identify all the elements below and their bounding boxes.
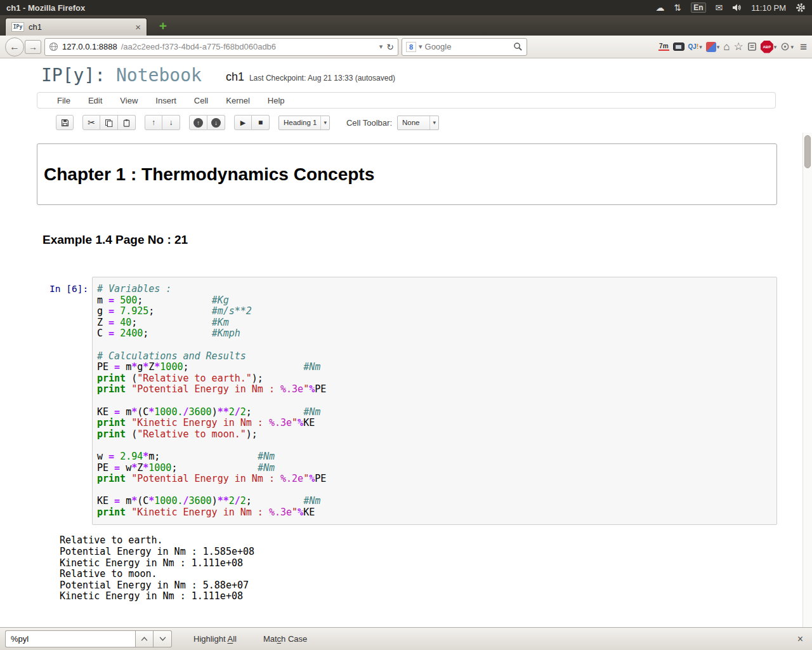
navigation-bar: ← → 127.0.0.1:8888/aa2c2eed-f373-4bd4-a7… <box>0 36 812 58</box>
forward-button[interactable]: → <box>25 40 41 54</box>
code-line <box>97 395 772 407</box>
stop-icon: ■ <box>258 118 263 127</box>
volume-icon[interactable] <box>732 3 742 12</box>
adblock-plus-icon: ABP <box>761 41 773 53</box>
addon-extra-dropdown-icon[interactable]: ▾ <box>790 44 794 50</box>
code-line: print "Potential Energy in Nm : %.2e"%PE <box>97 474 772 485</box>
menu-cell[interactable]: Cell <box>186 93 216 108</box>
keyboard-layout-indicator[interactable]: En <box>691 3 705 13</box>
copy-icon <box>105 119 113 127</box>
notebook-title[interactable]: ch1 <box>226 70 244 84</box>
chevron-down-icon <box>159 637 166 641</box>
tab-close-icon[interactable]: × <box>135 22 141 32</box>
addon-youtube-button[interactable] <box>673 43 684 51</box>
insert-cell-below-button[interactable]: ↓ <box>207 115 225 130</box>
clock[interactable]: 11:10 PM <box>751 3 786 13</box>
run-cell-button[interactable]: ▶ <box>234 115 252 130</box>
copy-cell-button[interactable] <box>100 115 118 130</box>
bookmark-star-button[interactable]: ☆ <box>734 40 743 53</box>
find-bar: Highlight All Match Case × <box>0 627 812 650</box>
addon-qj-dropdown-icon[interactable]: ▾ <box>699 44 702 50</box>
menu-insert[interactable]: Insert <box>147 93 185 108</box>
bookmarks-menu-button[interactable] <box>747 42 757 51</box>
move-cell-down-button[interactable]: ↓ <box>162 115 180 130</box>
notebook-header: IP[y]: Notebook ch1 Last Checkpoint: Aug… <box>0 59 812 90</box>
code-cell[interactable]: In [6]: # Variables :m = 500; #Kgg = 7.9… <box>37 277 777 525</box>
browser-tab-ch1[interactable]: IPy ch1 × <box>5 18 147 36</box>
notebook-page: IP[y]: Notebook ch1 Last Checkpoint: Aug… <box>0 59 812 627</box>
match-case-button[interactable]: Match Case <box>258 631 312 647</box>
search-bar[interactable]: 8 ▾ <box>402 38 527 56</box>
url-path: /aa2c2eed-f373-4bd4-a775-f68bd060adb6 <box>121 42 276 51</box>
cell-toolbar-select[interactable]: None ▾ <box>397 116 439 130</box>
insert-cell-above-button[interactable]: ↑ <box>189 115 207 130</box>
page-scrollbar[interactable] <box>802 133 812 627</box>
circle-arrow-down-icon: ↓ <box>211 118 221 128</box>
output-line: Relative to moon. <box>60 569 777 580</box>
adblock-plus-button[interactable]: ABP ▾ <box>761 41 777 53</box>
addon-misc-button[interactable]: ▾ <box>706 42 720 52</box>
url-bar[interactable]: 127.0.0.1:8888/aa2c2eed-f373-4bd4-a775-f… <box>44 38 398 56</box>
find-previous-button[interactable] <box>135 630 154 647</box>
output-line: Kinetic Energy in Nm : 1.111e+08 <box>60 591 777 602</box>
menu-file[interactable]: File <box>49 93 79 108</box>
reload-icon[interactable]: ↻ <box>386 42 394 52</box>
menu-view[interactable]: View <box>112 93 146 108</box>
scrollbar-thumb[interactable] <box>804 135 811 168</box>
code-line: PE = m*g*Z*1000; #Nm <box>97 362 772 373</box>
cut-cell-button[interactable]: ✂ <box>82 115 100 130</box>
find-input[interactable] <box>5 630 135 647</box>
search-engine-dropdown-icon[interactable]: ▾ <box>419 43 422 51</box>
cell-toolbar-dropdown-icon: ▾ <box>429 116 436 129</box>
find-close-icon[interactable]: × <box>794 633 807 645</box>
search-input[interactable] <box>425 42 511 51</box>
addon-misc-icon <box>706 42 716 52</box>
output-line: Potential Energy in Nm : 1.585e+08 <box>60 547 777 558</box>
network-updown-icon[interactable]: ⇅ <box>674 3 682 12</box>
menu-kernel[interactable]: Kernel <box>218 93 258 108</box>
menu-button[interactable]: ≡ <box>800 40 807 54</box>
heading-cell-selected[interactable]: Chapter 1 : Thermodynamics Concepts <box>37 143 777 205</box>
code-editor[interactable]: # Variables :m = 500; #Kgg = 7.925; #m/s… <box>92 277 777 525</box>
search-magnifier-icon[interactable] <box>513 42 523 51</box>
menu-edit[interactable]: Edit <box>80 93 110 108</box>
interrupt-kernel-button[interactable]: ■ <box>252 115 270 130</box>
code-line: # Variables : <box>97 284 772 295</box>
code-line: m = 500; #Kg <box>97 295 772 307</box>
arrow-down-icon: ↓ <box>169 118 173 127</box>
move-cell-up-button[interactable]: ↑ <box>145 115 162 130</box>
find-next-button[interactable] <box>154 630 172 647</box>
code-line: print "Potential Energy in Nm : %.3e"%PE <box>97 384 772 395</box>
back-button[interactable]: ← <box>5 37 24 56</box>
scissors-icon: ✂ <box>88 117 95 128</box>
circle-arrow-up-icon: ↑ <box>193 118 203 128</box>
menu-help[interactable]: Help <box>259 93 293 108</box>
output-line: Potential Energy in Nm : 5.88e+07 <box>60 580 777 592</box>
cloud-sync-icon[interactable]: ☁ <box>656 3 665 12</box>
addon-qj-button[interactable]: QJ! ▾ <box>688 43 702 50</box>
example-heading[interactable]: Example 1.4 Page No : 21 <box>43 233 812 247</box>
tab-bar: IPy ch1 × + <box>0 15 812 36</box>
adblock-dropdown-icon[interactable]: ▾ <box>774 44 777 50</box>
highlight-all-button[interactable]: Highlight All <box>188 631 242 647</box>
input-prompt: In [6]: <box>49 284 88 294</box>
session-gear-icon[interactable] <box>796 3 806 13</box>
paste-cell-button[interactable] <box>118 115 136 130</box>
toolbar-addon-strip: 7m QJ! ▾ ▾ ⌂ ☆ ABP ▾ ▾ ≡ <box>658 40 807 54</box>
new-tab-button[interactable]: + <box>154 18 173 34</box>
bookmarks-list-icon <box>747 42 757 51</box>
cell-type-select[interactable]: Heading 1 ▾ <box>278 116 330 130</box>
floppy-icon <box>61 119 69 127</box>
mail-icon[interactable]: ✉ <box>716 3 723 12</box>
url-dropdown-icon[interactable]: ▾ <box>379 43 383 51</box>
addon-extra-button[interactable]: ▾ <box>780 42 794 51</box>
notebook-menubar: FileEditViewInsertCellKernelHelp <box>37 92 776 109</box>
addon-7m-button[interactable]: 7m <box>658 43 669 51</box>
home-button[interactable]: ⌂ <box>723 41 730 53</box>
save-button[interactable] <box>56 115 74 130</box>
ipython-logo[interactable]: IP[y]: Notebook <box>41 65 202 86</box>
code-line: print ("Relative to earth."); <box>97 373 772 385</box>
google-engine-icon: 8 <box>406 42 416 52</box>
hamburger-icon: ≡ <box>800 40 807 54</box>
addon-misc-dropdown-icon[interactable]: ▾ <box>717 44 720 50</box>
